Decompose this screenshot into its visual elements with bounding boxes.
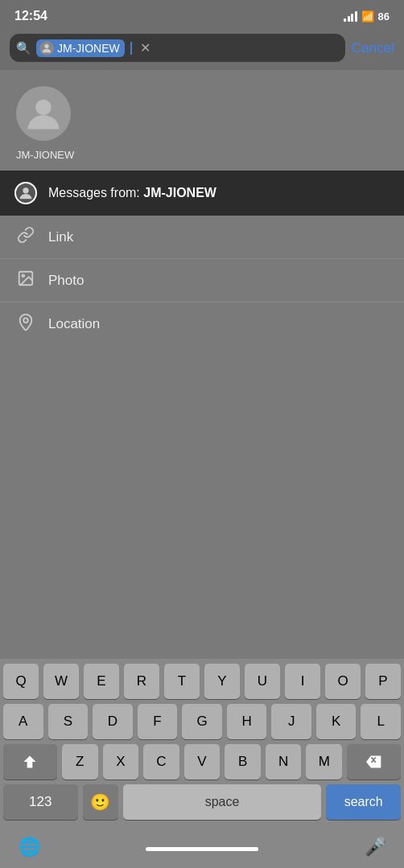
key-u[interactable]: U <box>245 664 280 699</box>
search-bar: 🔍 JM-JIONEW ✕ Cancel <box>0 29 404 70</box>
key-w[interactable]: W <box>43 664 79 699</box>
svg-point-1 <box>35 100 52 116</box>
key-x[interactable]: X <box>103 744 139 780</box>
wifi-icon: 📶 <box>361 10 374 23</box>
filter-item-photo[interactable]: Photo <box>0 259 404 302</box>
key-y[interactable]: Y <box>204 664 240 699</box>
text-cursor <box>130 42 132 55</box>
link-icon <box>16 226 35 248</box>
search-icon: 🔍 <box>16 41 31 56</box>
filter-item-location[interactable]: Location <box>0 302 404 345</box>
clear-button[interactable]: ✕ <box>137 39 154 57</box>
filter-list: Link Photo Location <box>0 216 404 345</box>
key-n[interactable]: N <box>266 744 302 780</box>
keyboard-row-1: Q W E R T Y U I O P <box>0 659 404 699</box>
key-o[interactable]: O <box>325 664 361 699</box>
filter-item-link[interactable]: Link <box>0 216 404 259</box>
key-m[interactable]: M <box>306 744 342 780</box>
key-b[interactable]: B <box>225 744 261 780</box>
messages-banner[interactable]: Messages from: JM-JIONEW <box>0 171 404 216</box>
chip-avatar <box>39 41 54 56</box>
key-d[interactable]: D <box>93 704 133 739</box>
key-s[interactable]: S <box>48 704 89 739</box>
key-e[interactable]: E <box>84 664 119 699</box>
key-t[interactable]: T <box>164 664 200 699</box>
svg-point-5 <box>23 318 28 323</box>
contact-chip[interactable]: JM-JIONEW <box>36 39 125 57</box>
key-j[interactable]: J <box>271 704 311 739</box>
search-key[interactable]: search <box>326 784 401 820</box>
key-h[interactable]: H <box>227 704 267 739</box>
key-l[interactable]: L <box>361 704 401 739</box>
emoji-key[interactable]: 🙂 <box>83 784 118 820</box>
location-icon <box>16 313 35 335</box>
status-bar: 12:54 📶 86 <box>0 0 404 29</box>
cancel-button[interactable]: Cancel <box>352 40 394 56</box>
key-r[interactable]: R <box>124 664 159 699</box>
key-i[interactable]: I <box>285 664 320 699</box>
space-key[interactable]: space <box>123 784 322 820</box>
banner-text: Messages from: JM-JIONEW <box>48 186 216 200</box>
chip-contact-name: JM-JIONEW <box>57 42 120 55</box>
svg-point-4 <box>22 274 24 277</box>
photo-icon <box>16 269 35 291</box>
status-icons: 📶 86 <box>344 10 390 23</box>
globe-key[interactable]: 🌐 <box>11 829 47 865</box>
key-f[interactable]: F <box>138 704 178 739</box>
filter-label-link: Link <box>48 229 73 245</box>
home-indicator <box>146 847 258 851</box>
keyboard-bottom-bar: 🌐 🎤 <box>0 825 404 868</box>
mic-key[interactable]: 🎤 <box>357 829 393 865</box>
search-input-wrapper[interactable]: 🔍 JM-JIONEW ✕ <box>10 34 345 62</box>
key-v[interactable]: V <box>184 744 221 780</box>
banner-contact-name: JM-JIONEW <box>143 186 216 200</box>
keyboard-row-2: A S D F G H J K L <box>0 699 404 739</box>
filter-label-photo: Photo <box>48 273 84 289</box>
shift-key[interactable] <box>3 744 57 780</box>
svg-point-2 <box>23 187 28 193</box>
signal-icon <box>344 10 357 22</box>
key-p[interactable]: P <box>365 664 401 699</box>
filter-label-location: Location <box>48 316 100 332</box>
banner-avatar <box>14 182 37 204</box>
contact-result[interactable]: JM-JIONEW <box>0 70 404 171</box>
key-a[interactable]: A <box>3 704 43 739</box>
status-time: 12:54 <box>14 9 47 23</box>
key-q[interactable]: Q <box>3 664 39 699</box>
numbers-key[interactable]: 123 <box>3 784 78 820</box>
key-k[interactable]: K <box>316 704 357 739</box>
svg-point-0 <box>44 43 48 47</box>
key-g[interactable]: G <box>182 704 222 739</box>
key-z[interactable]: Z <box>62 744 98 780</box>
backspace-key[interactable] <box>347 744 401 780</box>
battery-level: 86 <box>378 10 390 23</box>
keyboard-row-4: 123 🙂 space search <box>0 780 404 825</box>
key-c[interactable]: C <box>143 744 179 780</box>
contact-name: JM-JIONEW <box>16 149 74 161</box>
contact-avatar-large <box>16 86 71 141</box>
keyboard: Q W E R T Y U I O P A S D F G H J K L Z … <box>0 659 404 868</box>
keyboard-row-3: Z X C V B N M <box>0 739 404 780</box>
